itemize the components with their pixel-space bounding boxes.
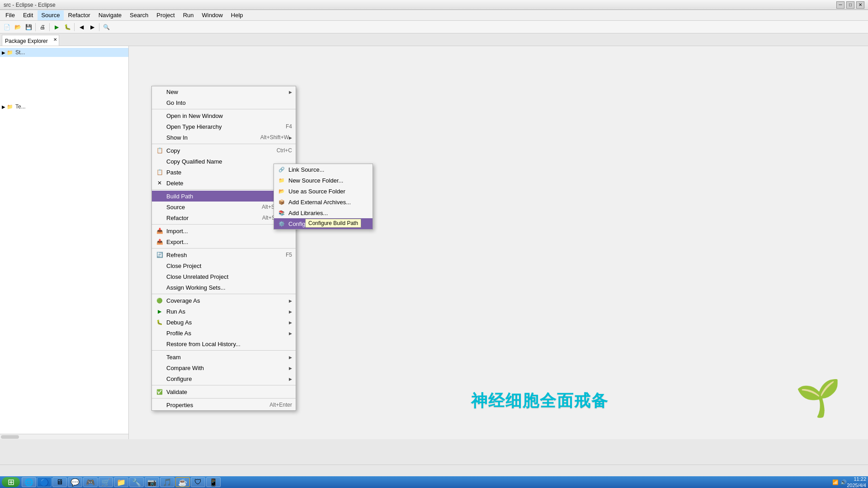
- menu-file[interactable]: File: [2, 10, 19, 20]
- sub-use-as-source[interactable]: 📂 Use as Source Folder: [274, 186, 373, 197]
- ctx-team[interactable]: Team: [152, 352, 296, 362]
- menu-project[interactable]: Project: [153, 10, 178, 20]
- start-button[interactable]: ⊞: [2, 477, 20, 487]
- sep5: [152, 248, 296, 249]
- copy-icon: 📋: [156, 146, 164, 155]
- menu-window[interactable]: Window: [198, 10, 226, 20]
- ctx-go-into[interactable]: Go Into: [152, 97, 296, 108]
- sub-add-external-archives[interactable]: 📦 Add External Archives...: [274, 197, 373, 207]
- new-btn[interactable]: 📄: [2, 22, 12, 32]
- menu-edit[interactable]: Edit: [19, 10, 37, 20]
- ctx-properties[interactable]: Properties Alt+Enter: [152, 399, 296, 410]
- taskbar-app-misc2[interactable]: 📷: [145, 477, 159, 487]
- taskbar-app-misc1[interactable]: 🔧: [129, 477, 144, 487]
- scroll-thumb[interactable]: [1, 435, 19, 439]
- ctx-show-in-label: Show In: [166, 134, 260, 141]
- ctx-coverage-as[interactable]: 🟢 Coverage As: [152, 295, 296, 306]
- sub-new-source-folder[interactable]: 📁 New Source Folder...: [274, 175, 373, 186]
- package-explorer-tab[interactable]: Package Explorer ✕: [2, 35, 59, 46]
- ctx-debug-as[interactable]: 🐛 Debug As: [152, 317, 296, 328]
- go-into-icon: [156, 99, 164, 107]
- open-btn[interactable]: 📂: [13, 22, 23, 32]
- ctx-new[interactable]: New: [152, 86, 296, 97]
- configure-build-path-tooltip: Configure Build Path: [305, 219, 361, 228]
- taskbar-app-browser[interactable]: 🌐: [22, 477, 36, 487]
- toolbar: 📄 📂 💾 🖨 ▶ 🐛 ◀ ▶ 🔍: [0, 21, 868, 33]
- taskbar-app-chat[interactable]: 💬: [68, 477, 82, 487]
- ctx-close-unrelated[interactable]: Close Unrelated Project: [152, 271, 296, 282]
- ctx-export[interactable]: 📤 Export...: [152, 236, 296, 247]
- tooltip-text: Configure Build Path: [308, 220, 358, 226]
- team-arrow: [289, 355, 292, 360]
- menu-navigate[interactable]: Navigate: [95, 10, 125, 20]
- sub-use-as-source-label: Use as Source Folder: [288, 188, 345, 195]
- configure-icon: [156, 375, 164, 383]
- taskbar-app-game[interactable]: 🎮: [83, 477, 98, 487]
- sub-add-external-archives-label: Add External Archives...: [288, 199, 351, 206]
- ctx-configure[interactable]: Configure: [152, 373, 296, 384]
- close-tab-btn[interactable]: ✕: [53, 37, 57, 42]
- debug-btn[interactable]: 🐛: [62, 22, 72, 32]
- minimize-button[interactable]: ─: [836, 1, 844, 9]
- link-source-icon: 🔗: [278, 165, 286, 174]
- ctx-open-new-window[interactable]: Open in New Window: [152, 110, 296, 121]
- menu-help[interactable]: Help: [227, 10, 247, 20]
- restore-button[interactable]: □: [846, 1, 854, 9]
- taskbar-app-edge[interactable]: 🔵: [37, 477, 52, 487]
- ctx-configure-label: Configure: [166, 375, 289, 382]
- ctx-validate[interactable]: ✅ Validate: [152, 386, 296, 397]
- tree-item-st[interactable]: ▶ 📁 St...: [0, 48, 128, 57]
- ctx-run-as[interactable]: ▶ Run As: [152, 306, 296, 317]
- sub-link-source[interactable]: 🔗 Link Source...: [274, 164, 373, 175]
- run-btn[interactable]: ▶: [52, 22, 61, 32]
- ctx-open-type-hierarchy[interactable]: Open Type Hierarchy F4: [152, 121, 296, 132]
- ctx-close-project-label: Close Project: [166, 263, 292, 269]
- search-btn[interactable]: 🔍: [101, 22, 111, 32]
- coverage-as-arrow: [289, 298, 292, 303]
- ctx-close-project[interactable]: Close Project: [152, 260, 296, 271]
- project-icon-st: 📁: [6, 49, 14, 56]
- sub-add-libraries[interactable]: 📚 Add Libraries...: [274, 207, 373, 218]
- taskbar-app-cmd[interactable]: 🖥: [52, 477, 67, 487]
- copy-qualified-icon: [156, 157, 164, 165]
- debug-as-icon: 🐛: [156, 318, 164, 326]
- ctx-assign-working-sets-label: Assign Working Sets...: [166, 284, 292, 291]
- ctx-restore-local[interactable]: Restore from Local History...: [152, 338, 296, 349]
- ctx-show-in[interactable]: Show In Alt+Shift+W: [152, 132, 296, 143]
- validate-icon: ✅: [156, 388, 164, 396]
- panel-scrollbar[interactable]: [0, 434, 128, 439]
- taskbar-app-folder[interactable]: 📁: [114, 477, 128, 487]
- tray-network: 📶: [832, 479, 839, 485]
- debug-as-arrow: [289, 320, 292, 325]
- show-in-icon: [156, 133, 164, 141]
- menu-search[interactable]: Search: [126, 10, 152, 20]
- menu-run[interactable]: Run: [179, 10, 198, 20]
- taskbar-app-misc3[interactable]: 🎵: [160, 477, 175, 487]
- ctx-delete-label: Delete: [166, 180, 276, 187]
- ctx-refactor-label: Refactor: [166, 215, 262, 221]
- close-button[interactable]: ✕: [856, 1, 864, 9]
- taskbar-app-eclipse[interactable]: ☕: [175, 477, 190, 487]
- forward-btn[interactable]: ▶: [87, 22, 97, 32]
- ctx-copy[interactable]: 📋 Copy Ctrl+C: [152, 145, 296, 156]
- taskbar-app-phone[interactable]: 📱: [206, 477, 221, 487]
- ctx-compare-with[interactable]: Compare With: [152, 362, 296, 373]
- ctx-copy-label: Copy: [166, 147, 277, 154]
- sep1: [152, 109, 296, 109]
- back-btn[interactable]: ◀: [76, 22, 86, 32]
- menu-source[interactable]: Source: [38, 10, 63, 20]
- taskbar-clock: 11:22 2025/4/4: [847, 476, 866, 488]
- ctx-refresh[interactable]: 🔄 Refresh F5: [152, 249, 296, 260]
- save-btn[interactable]: 💾: [24, 22, 33, 32]
- ctx-refresh-label: Refresh: [166, 252, 286, 258]
- taskbar-app-antivirus[interactable]: 🛡: [191, 477, 205, 487]
- tree-item-te[interactable]: ▶ 📁 Te...: [0, 102, 128, 111]
- print-btn[interactable]: 🖨: [38, 22, 47, 32]
- menu-refactor[interactable]: Refactor: [65, 10, 94, 20]
- ctx-profile-as[interactable]: Profile As: [152, 328, 296, 338]
- ctx-new-label: New: [166, 89, 289, 95]
- taskbar-app-store[interactable]: 🛒: [99, 477, 113, 487]
- refresh-shortcut: F5: [286, 252, 292, 258]
- ctx-assign-working-sets[interactable]: Assign Working Sets...: [152, 282, 296, 293]
- title-bar: src - Eclipse - Eclipse ─ □ ✕: [0, 0, 868, 10]
